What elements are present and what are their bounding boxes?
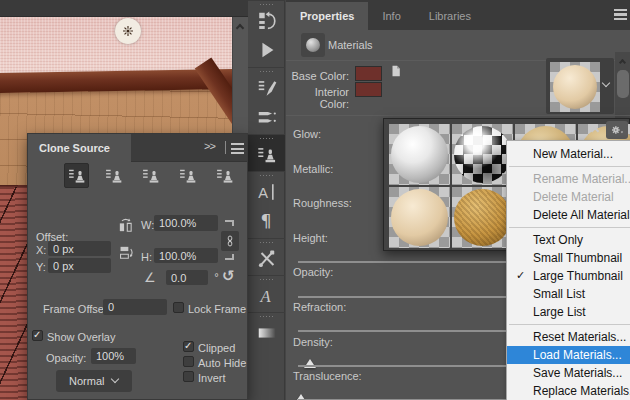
check-icon — [516, 267, 525, 285]
overlay-opacity-label: Opacity: — [46, 352, 86, 364]
reset-transform-icon[interactable]: ↺ — [222, 267, 235, 285]
menu-item-label: Delete All Materials — [533, 208, 630, 222]
popup-settings-button[interactable] — [606, 121, 628, 139]
clipped-checkbox[interactable] — [183, 341, 194, 352]
clone-source-4[interactable] — [175, 163, 200, 188]
menu-item[interactable]: Load Materials... — [507, 346, 630, 364]
clone-source-buttons — [28, 163, 249, 193]
character-panel-icon[interactable] — [248, 171, 285, 208]
x-offset-input[interactable] — [48, 241, 111, 256]
material-gold-rough[interactable] — [452, 187, 513, 248]
menu-item[interactable]: Large List — [507, 303, 630, 321]
flip-vertical-icon[interactable] — [117, 244, 134, 261]
tool-presets-panel-icon[interactable] — [248, 238, 285, 275]
rotation-angle-input[interactable] — [166, 270, 208, 285]
properties-tab-bar: Properties Info Libraries — [286, 0, 630, 30]
panel-grip[interactable] — [259, 137, 275, 140]
menu-item-label: Small List — [533, 287, 585, 301]
paragraph-panel-icon[interactable] — [248, 208, 285, 238]
panel-flyout-menu-icon[interactable] — [231, 143, 244, 154]
clone-source-tab[interactable]: Clone Source — [28, 134, 131, 162]
menu-item[interactable] — [509, 324, 630, 325]
menu-item[interactable]: Delete Material — [507, 188, 630, 206]
menu-item[interactable] — [509, 166, 630, 167]
menu-item[interactable]: Small Thumbnail — [507, 249, 630, 267]
tab-properties[interactable]: Properties — [286, 2, 368, 30]
panel-icon-strip — [248, 0, 285, 400]
clone-source-panel-icon[interactable] — [248, 134, 285, 171]
auto-hide-label: Auto Hide — [198, 357, 246, 369]
menu-item[interactable]: Reset Materials... — [507, 328, 630, 346]
clipped-label: Clipped — [198, 342, 235, 354]
menu-item[interactable]: Replace Materials... — [507, 382, 630, 400]
menu-item-label: Load Materials... — [533, 348, 622, 362]
clone-source-1[interactable] — [64, 163, 89, 188]
height-label: H: — [141, 251, 152, 263]
menu-item[interactable] — [509, 227, 630, 228]
overlay-opacity-input[interactable] — [91, 348, 136, 364]
menu-item[interactable]: Rename Material... — [507, 170, 630, 188]
blend-mode-value: Normal — [69, 375, 104, 387]
menu-item-label: New Material... — [533, 147, 613, 161]
menu-item[interactable]: New Material... — [507, 145, 630, 163]
glyphs-panel-icon[interactable] — [248, 275, 285, 312]
clone-source-3[interactable] — [138, 163, 163, 188]
material-white-marble[interactable] — [389, 124, 450, 185]
maintain-aspect-ratio-button[interactable] — [221, 231, 239, 251]
show-overlay-checkbox[interactable] — [32, 330, 43, 341]
degree-symbol: ° — [214, 272, 219, 283]
tab-libraries[interactable]: Libraries — [415, 2, 485, 30]
clone-source-5[interactable] — [212, 163, 237, 188]
panel-grip[interactable] — [259, 3, 275, 6]
gradients-panel-icon[interactable] — [248, 312, 285, 349]
menu-item[interactable]: Save Materials... — [507, 364, 630, 382]
clone-source-panel: Clone Source >> — [27, 133, 248, 400]
material-sphere — [391, 126, 448, 183]
y-offset-label: Y: — [36, 261, 46, 273]
panel-grip[interactable] — [259, 315, 275, 318]
link-bracket-bottom — [225, 254, 234, 260]
menu-item[interactable]: Large Thumbnail — [507, 267, 630, 285]
menu-item-label: Text Only — [533, 233, 583, 247]
menu-item-label: Reset Materials... — [533, 330, 626, 344]
actions-panel-icon[interactable] — [248, 37, 285, 67]
menu-item-label: Delete Material — [533, 190, 614, 204]
menu-item-label: Large List — [533, 305, 586, 319]
scroll-up-icon[interactable] — [236, 24, 244, 32]
dropdown-chevron-icon — [111, 375, 119, 383]
panel-grip[interactable] — [259, 70, 275, 73]
brush-settings-panel-icon[interactable] — [248, 67, 285, 104]
lock-frame-label: Lock Frame — [188, 303, 246, 315]
y-offset-input[interactable] — [48, 258, 111, 273]
tab-info[interactable]: Info — [368, 2, 414, 30]
invert-checkbox[interactable] — [183, 371, 194, 382]
gear-icon — [609, 123, 625, 137]
history-panel-icon[interactable] — [248, 0, 285, 37]
material-checkerboard[interactable] — [452, 124, 513, 185]
menu-item[interactable]: Text Only — [507, 231, 630, 249]
lock-frame-checkbox[interactable] — [173, 302, 184, 313]
width-input[interactable] — [154, 215, 218, 231]
height-input[interactable] — [154, 248, 218, 263]
clone-source-2[interactable] — [101, 163, 126, 188]
menu-item[interactable]: Small List — [507, 285, 630, 303]
x-offset-label: X: — [36, 244, 46, 256]
clone-source-header: Clone Source >> — [28, 134, 247, 162]
menu-item[interactable]: Delete All Materials — [507, 206, 630, 224]
panel-grip[interactable] — [259, 278, 275, 281]
link-bracket-top — [225, 220, 234, 226]
invert-label: Invert — [198, 372, 226, 384]
auto-hide-checkbox[interactable] — [183, 356, 194, 367]
clone-source-cursor — [115, 18, 141, 44]
panel-grip[interactable] — [259, 174, 275, 177]
collapse-panel-icon[interactable]: >> — [204, 140, 215, 152]
frame-offset-input[interactable] — [103, 299, 167, 315]
brushes-panel-icon[interactable] — [248, 104, 285, 134]
menu-item-label: Replace Materials... — [533, 384, 630, 398]
flip-horizontal-icon[interactable] — [117, 217, 134, 234]
panel-menu-icon[interactable] — [614, 9, 627, 20]
panel-grip[interactable] — [259, 241, 275, 244]
overlay-blend-mode-select[interactable]: Normal — [56, 370, 132, 392]
materials-context-menu: New Material... Rename Material... Delet… — [506, 140, 630, 400]
material-cream-marble[interactable] — [389, 187, 450, 248]
